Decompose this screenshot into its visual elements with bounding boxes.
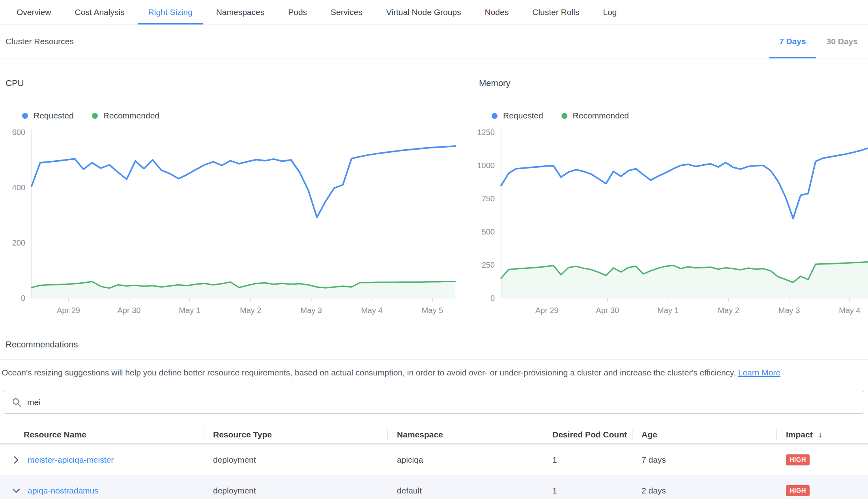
recommendations-description: Ocean's resizing suggestions will help y… [2,368,780,377]
learn-more-link[interactable]: Learn More [738,368,780,377]
memory-chart-title: Memory [479,78,510,88]
legend-item-requested[interactable]: Requested [22,111,74,120]
svg-text:Apr 29: Apr 29 [57,306,80,315]
column-header-impact[interactable]: Impact↓ [776,426,868,443]
legend-dot-recommended [92,113,98,119]
svg-text:1000: 1000 [477,161,495,170]
tab-namespaces[interactable]: Namespaces [204,0,277,24]
cluster-resources-header: Cluster Resources 7 Days 30 Days [0,25,868,58]
search-box [4,391,864,414]
resource-name-cell: meister-apiciqa-meister [0,455,204,465]
svg-text:500: 500 [482,227,495,236]
age-cell: 2 days [632,486,776,495]
column-header-desired-pod-count[interactable]: Desired Pod Count [543,426,632,443]
tab-virtual-node-groups[interactable]: Virtual Node Groups [374,0,473,24]
resource-name-cell: apiqa-nostradamus [0,486,204,496]
column-header-label: Namespace [397,430,443,439]
svg-text:Apr 30: Apr 30 [118,306,141,315]
age-cell: 7 days [632,455,776,465]
resource-name-link[interactable]: meister-apiciqa-meister [28,455,114,465]
chart-memory: 025050075010001250Apr 29Apr 30May 1May 2… [470,121,868,318]
resource-type-cell: deployment [204,486,387,495]
table-row: meister-apiciqa-meisterdeploymentapiciqa… [0,445,868,475]
cpu-chart-title: CPU [6,78,24,88]
legend-cpu: RequestedRecommended [22,111,159,120]
table-header-row: Resource NameResource TypeNamespaceDesir… [0,426,868,445]
svg-text:May 2: May 2 [718,306,739,315]
svg-text:Apr 29: Apr 29 [535,306,559,315]
svg-text:May 5: May 5 [422,306,443,315]
svg-text:Apr 30: Apr 30 [596,306,619,315]
svg-text:0: 0 [21,294,25,302]
recommendations-table: Resource NameResource TypeNamespaceDesir… [0,426,868,499]
column-header-label: Desired Pod Count [552,430,627,439]
tab-nodes[interactable]: Nodes [473,0,521,24]
range-7-days[interactable]: 7 Days [769,25,816,58]
column-header-age[interactable]: Age [632,426,776,443]
tab-cost-analysis[interactable]: Cost Analysis [63,0,137,24]
recommendations-divider [0,359,868,360]
impact-badge: HIGH [786,485,810,496]
tab-bar: OverviewCost AnalysisRight SizingNamespa… [0,0,868,25]
svg-text:0: 0 [490,294,495,302]
sort-desc-icon[interactable]: ↓ [818,430,823,439]
legend-label: Requested [34,111,74,120]
column-header-label: Resource Name [24,430,86,439]
impact-badge: HIGH [786,454,810,465]
search-input[interactable] [27,398,864,407]
legend-item-recommended[interactable]: Recommended [92,111,159,120]
namespace-cell: apiciqa [387,455,543,465]
legend-item-recommended[interactable]: Recommended [561,111,629,120]
svg-text:250: 250 [482,261,495,269]
legend-label: Requested [503,111,543,120]
desired-pod-count-cell: 1 [543,455,632,465]
desired-pod-count-cell: 1 [543,486,632,495]
recommendations-title: Recommendations [6,340,78,350]
svg-text:1250: 1250 [477,128,495,137]
svg-text:200: 200 [12,238,25,247]
chevron-down-icon[interactable] [11,486,21,496]
memory-section-divider [470,91,868,91]
svg-text:750: 750 [482,194,495,203]
column-header-label: Age [642,430,657,439]
resource-name-link[interactable]: apiqa-nostradamus [28,486,99,495]
cluster-resources-title: Cluster Resources [6,37,74,46]
resource-type-cell: deployment [204,455,387,465]
time-range-toggle: 7 Days 30 Days [769,25,868,58]
column-header-namespace[interactable]: Namespace [387,426,543,443]
tab-log[interactable]: Log [591,0,629,24]
tab-cluster-rolls[interactable]: Cluster Rolls [520,0,591,24]
range-30-days[interactable]: 30 Days [816,25,868,58]
svg-text:May 4: May 4 [361,306,382,315]
namespace-cell: default [387,486,543,495]
tab-pods[interactable]: Pods [276,0,319,24]
legend-memory: RequestedRecommended [492,111,629,120]
svg-text:600: 600 [12,128,25,137]
svg-text:400: 400 [12,183,25,192]
tab-right-sizing[interactable]: Right Sizing [137,0,204,24]
column-header-resource-type[interactable]: Resource Type [204,426,387,443]
legend-label: Recommended [573,111,629,120]
tab-overview[interactable]: Overview [5,0,63,24]
recommendations-description-text: Ocean's resizing suggestions will help y… [2,368,736,377]
tab-services[interactable]: Services [319,0,374,24]
legend-dot-recommended [561,113,567,119]
legend-item-requested[interactable]: Requested [492,111,543,120]
chart-cpu: 0200400600Apr 29Apr 30May 1May 2May 3May… [0,121,459,318]
svg-text:May 3: May 3 [778,306,800,315]
table-row: apiqa-nostradamusdeploymentdefault12 day… [0,475,868,499]
column-header-resource-name[interactable]: Resource Name [0,426,204,443]
cpu-section-divider [0,91,459,91]
svg-text:May 4: May 4 [839,306,860,315]
legend-dot-requested [22,113,28,119]
legend-dot-requested [492,113,498,119]
svg-text:May 1: May 1 [657,306,679,315]
svg-text:May 3: May 3 [301,306,322,315]
chevron-right-icon[interactable] [11,455,21,465]
column-header-label: Resource Type [213,430,272,439]
table-body: meister-apiciqa-meisterdeploymentapiciqa… [0,445,868,499]
right-sizing-page: OverviewCost AnalysisRight SizingNamespa… [0,0,868,499]
impact-cell: HIGH [776,454,868,465]
column-header-label: Impact [786,430,813,439]
legend-label: Recommended [103,111,159,120]
